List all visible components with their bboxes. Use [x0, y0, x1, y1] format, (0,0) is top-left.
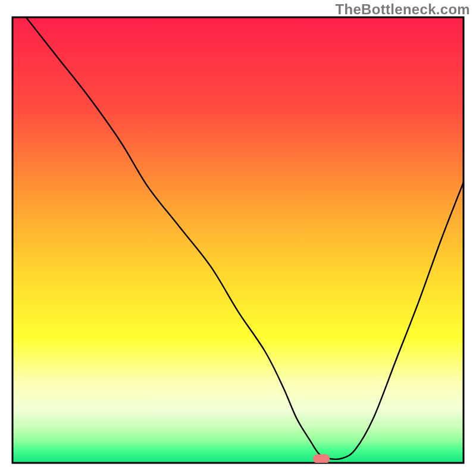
bottleneck-chart	[0, 0, 476, 476]
curve-minimum-marker	[313, 455, 330, 464]
plot-background	[12, 17, 464, 463]
watermark-text: TheBottleneck.com	[336, 1, 470, 18]
